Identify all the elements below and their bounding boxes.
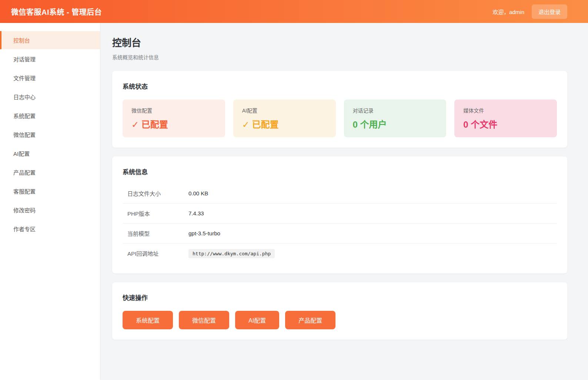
main-content: 控制台 系统概览和统计信息 系统状态 微信配置 ✓ 已配置 AI配置 ✓ 已配置… [100, 23, 588, 380]
sidebar-item-author-zone[interactable]: 作者专区 [0, 220, 100, 238]
stat-value: ✓ 已配置 [242, 117, 327, 130]
info-label: 日志文件大小 [127, 189, 188, 197]
quick-actions-row: 系统配置 微信配置 AI配置 产品配置 [123, 311, 557, 329]
stat-label: 对话记录 [353, 107, 438, 114]
sidebar-item-dashboard[interactable]: 控制台 [0, 31, 100, 49]
sidebar-item-product-config[interactable]: 产品配置 [0, 163, 100, 181]
info-row-php-version: PHP版本 7.4.33 [123, 204, 557, 223]
sidebar-item-wechat-config[interactable]: 微信配置 [0, 125, 100, 144]
welcome-text: 欢迎，admin [492, 8, 524, 16]
sidebar-item-service-config[interactable]: 客服配置 [0, 182, 100, 200]
system-status-title: 系统状态 [123, 81, 557, 91]
info-value: 7.4.33 [188, 210, 204, 216]
stat-card-ai-config: AI配置 ✓ 已配置 [233, 100, 336, 137]
sidebar: 控制台 对话管理 文件管理 日志中心 系统配置 微信配置 AI配置 产品配置 客… [0, 23, 100, 380]
system-info-card: 系统信息 日志文件大小 0.00 KB PHP版本 7.4.33 当前模型 gp… [112, 157, 567, 273]
layout: 控制台 对话管理 文件管理 日志中心 系统配置 微信配置 AI配置 产品配置 客… [0, 23, 588, 380]
info-row-log-size: 日志文件大小 0.00 KB [123, 184, 557, 204]
info-value: gpt-3.5-turbo [188, 230, 220, 236]
app-header: 微信客服AI系统 - 管理后台 欢迎，admin 退出登录 [0, 0, 588, 23]
stats-grid: 微信配置 ✓ 已配置 AI配置 ✓ 已配置 对话记录 0 个用户 媒体文件 0 … [123, 100, 557, 137]
sidebar-item-conversations[interactable]: 对话管理 [0, 50, 100, 68]
stat-value: 0 个文件 [463, 117, 548, 130]
info-label: API回调地址 [127, 249, 188, 257]
system-status-card: 系统状态 微信配置 ✓ 已配置 AI配置 ✓ 已配置 对话记录 0 个用户 媒体… [112, 71, 567, 148]
header-right: 欢迎，admin 退出登录 [492, 4, 567, 19]
quick-button-ai-config[interactable]: AI配置 [235, 311, 279, 329]
stat-card-wechat-config: 微信配置 ✓ 已配置 [123, 100, 225, 137]
stat-label: 媒体文件 [463, 107, 548, 114]
page-title: 控制台 [112, 35, 567, 49]
stat-value: ✓ 已配置 [131, 117, 216, 130]
sidebar-item-logs[interactable]: 日志中心 [0, 88, 100, 106]
api-callback-url-chip: http://www.dkym.com/api.php [188, 249, 275, 258]
quick-button-product-config[interactable]: 产品配置 [285, 311, 335, 329]
page-subtitle: 系统概览和统计信息 [112, 53, 567, 61]
stat-value: 0 个用户 [353, 117, 438, 130]
logout-button[interactable]: 退出登录 [532, 4, 567, 19]
system-info-table: 日志文件大小 0.00 KB PHP版本 7.4.33 当前模型 gpt-3.5… [123, 184, 557, 263]
sidebar-item-change-password[interactable]: 修改密码 [0, 201, 100, 219]
stat-card-media-files: 媒体文件 0 个文件 [454, 100, 557, 137]
system-info-title: 系统信息 [123, 167, 557, 176]
sidebar-item-files[interactable]: 文件管理 [0, 69, 100, 87]
sidebar-item-system-config[interactable]: 系统配置 [0, 107, 100, 125]
stat-label: 微信配置 [131, 107, 216, 114]
info-label: 当前模型 [127, 229, 188, 237]
quick-button-wechat-config[interactable]: 微信配置 [179, 311, 229, 329]
info-value: 0.00 KB [188, 190, 208, 196]
info-row-current-model: 当前模型 gpt-3.5-turbo [123, 223, 557, 243]
stat-card-chat-records: 对话记录 0 个用户 [344, 100, 447, 137]
info-label: PHP版本 [127, 209, 188, 217]
app-title: 微信客服AI系统 - 管理后台 [11, 6, 102, 17]
stat-label: AI配置 [242, 107, 327, 114]
sidebar-item-ai-config[interactable]: AI配置 [0, 144, 100, 162]
info-row-api-callback-url: API回调地址 http://www.dkym.com/api.php [123, 243, 557, 263]
quick-actions-title: 快速操作 [123, 293, 557, 302]
quick-button-system-config[interactable]: 系统配置 [123, 311, 173, 329]
quick-actions-card: 快速操作 系统配置 微信配置 AI配置 产品配置 [112, 282, 567, 340]
